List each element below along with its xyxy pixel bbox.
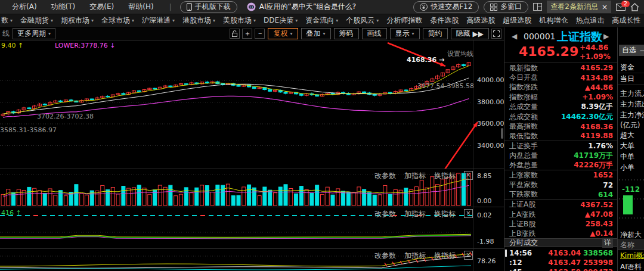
- watchlist-label: 自选: [622, 45, 636, 55]
- home-icon[interactable]: [630, 3, 639, 11]
- quick-trade-button[interactable]: 快速交易F12: [413, 1, 479, 13]
- tick-detail-link[interactable]: 详: [602, 238, 613, 248]
- quote-row-3[interactable]: 指数涨幅+1.09%: [504, 92, 618, 102]
- next-stock-arrow[interactable]: ▶: [603, 32, 609, 41]
- mail-button[interactable]: 2: [616, 4, 626, 11]
- panel-link-换指标[interactable]: 换指标: [434, 171, 456, 181]
- toolbar-button-简约[interactable]: 简约: [423, 28, 448, 39]
- panel-close-icon[interactable]: ×: [464, 251, 473, 260]
- stock-list-item-1[interactable]: AI语料: [618, 261, 644, 271]
- panel-link-改参数[interactable]: 改参数: [374, 209, 396, 219]
- multi-window-button[interactable]: 多窗口: [484, 1, 528, 13]
- toolbar-button-显示[interactable]: 显示▾: [390, 28, 420, 39]
- nav-dropdown-7[interactable]: DDE决策▾: [264, 15, 298, 26]
- nav-item-1[interactable]: 条件选股: [430, 15, 459, 26]
- toolbar-button-叠加[interactable]: 叠加▾: [301, 28, 331, 39]
- nav-dropdown-2[interactable]: 期权市场▾: [61, 15, 94, 26]
- quote-row-value: 4165.29: [580, 64, 613, 72]
- tick-row-2[interactable]: :454163.59999473: [504, 267, 618, 271]
- set-ma-link[interactable]: 设置均线: [447, 49, 473, 58]
- close-icon[interactable]: ×: [602, 3, 608, 11]
- main-kline-panel[interactable]: 9.40 ↑ LOWER:3778.76 ↓ 设置均线 4168.36 → 39…: [0, 41, 504, 169]
- volume-panel[interactable]: 改参数加指标换指标× 8.850.00: [0, 170, 504, 207]
- menu-item-0[interactable]: 分析(A): [5, 2, 44, 11]
- tick-row-1[interactable]: :124163.47253998: [504, 258, 618, 267]
- menu-item-2[interactable]: 交易(E): [82, 2, 121, 11]
- nav-item-5[interactable]: 热点追击: [575, 15, 604, 26]
- quote-row-0[interactable]: 最新指数4165.29: [504, 63, 618, 73]
- lock-button[interactable]: [230, 29, 240, 39]
- quote-row-9[interactable]: 内盘总量41719万手: [504, 151, 618, 161]
- panel-link-改参数[interactable]: 改参数: [374, 251, 396, 261]
- nav-dropdown-5[interactable]: 港股市场▾: [182, 15, 215, 26]
- nav-dropdown-3[interactable]: 全球市场▾: [101, 15, 134, 26]
- nav-dropdown-0[interactable]: 数▾: [1, 15, 13, 26]
- nav-item-6[interactable]: 高成长性: [612, 15, 640, 26]
- quote-row-11[interactable]: 上涨家数1652: [504, 170, 618, 180]
- y-axis-label: 4000.00: [477, 76, 504, 84]
- chart-scrollbar-thumb[interactable]: [501, 128, 503, 139]
- panel-link-加指标[interactable]: 加指标: [404, 171, 426, 181]
- chevron-down-icon: ▾: [290, 31, 292, 36]
- order-size-label-3: 小单: [618, 162, 644, 173]
- panel-link-改参数[interactable]: 改参数: [374, 171, 396, 181]
- nav-dropdown-8[interactable]: 资金流向▾: [305, 15, 338, 26]
- toolbar-button-画线[interactable]: 画线: [362, 28, 387, 39]
- ai-question[interactable]: AI应用的“易中天”组合是什么?: [247, 2, 357, 12]
- nav-dropdown-1[interactable]: 金融期货▾: [20, 15, 53, 26]
- fund-flow-label-0: 主力流入: [618, 88, 644, 99]
- mobile-download-button[interactable]: 手机版下载: [180, 1, 237, 13]
- toolbar-button-复权[interactable]: 复权▾: [268, 28, 298, 39]
- quote-row-7[interactable]: 最低指数4119.88: [504, 132, 618, 141]
- quote-row-13[interactable]: 下跌家数614: [504, 190, 618, 200]
- indicator-panel-2[interactable]: 改参数加指标换指标× 78.26: [0, 250, 504, 271]
- tick-volume: 999473: [581, 268, 613, 271]
- quote-row-4[interactable]: 总成交量8.39亿手: [504, 102, 618, 112]
- more-periods-button[interactable]: 更多周期 ▾: [13, 28, 55, 39]
- new-messages-button[interactable]: 查看2条新消息 ×: [547, 1, 611, 13]
- indicator-panel-1[interactable]: 改参数加指标换指标× 416 ↑ 0.02-1.98: [0, 208, 504, 249]
- panel-link-加指标[interactable]: 加指标: [404, 209, 426, 219]
- quote-row-16[interactable]: 上证B股258.43: [504, 219, 618, 229]
- fund-tab-资金[interactable]: 资金: [618, 62, 644, 73]
- tick-price: 4163.59: [535, 268, 581, 271]
- panel-link-换指标[interactable]: 换指标: [434, 251, 456, 261]
- toolbar-button-筹码[interactable]: 筹码: [334, 28, 359, 39]
- zoom-in-button[interactable]: ＋: [242, 29, 252, 39]
- fund-tab-当日[interactable]: 当日: [618, 73, 644, 85]
- nav-item-4[interactable]: 机构增仓: [539, 15, 568, 26]
- quote-row-10[interactable]: 外盘总量42226万手: [504, 161, 618, 170]
- panels-icon: [533, 3, 542, 11]
- quote-row-2[interactable]: 指数涨跌▲44.86: [504, 83, 618, 92]
- fund-flow-column: 自选 − → 资金当日主力流入主力流出主力净流入(亿元)超大大单中单小单-112…: [617, 27, 644, 271]
- menu-item-3[interactable]: 帮助(H): [121, 2, 160, 11]
- menu-item-1[interactable]: 功能(T): [44, 2, 83, 11]
- prev-stock-arrow[interactable]: ◀: [512, 32, 517, 41]
- zoom-out-button[interactable]: －: [255, 29, 265, 39]
- quote-row-15[interactable]: 上A涨跌▲47.08: [504, 210, 618, 219]
- quote-row-1[interactable]: 今日开盘4134.89: [504, 73, 618, 82]
- quote-row-6[interactable]: 最高指数4168.36: [504, 122, 618, 131]
- nav-dropdown-6[interactable]: 美股市场▾: [223, 15, 256, 26]
- nav-item-0[interactable]: 分析师指数: [386, 15, 422, 26]
- nav-dropdown-9[interactable]: 个股风云▾: [346, 15, 379, 26]
- period-tab-partial[interactable]: 线: [2, 29, 10, 39]
- panel-link-加指标[interactable]: 加指标: [404, 251, 426, 261]
- quote-row-12[interactable]: 平盘家数72: [504, 180, 618, 190]
- nav-item-2[interactable]: 高级选股: [466, 15, 495, 26]
- panel-close-icon[interactable]: ×: [464, 171, 473, 180]
- fullscreen-button[interactable]: [491, 29, 501, 39]
- nav-item-3[interactable]: 超级选股: [503, 15, 531, 26]
- panel-close-icon[interactable]: ×: [464, 209, 473, 218]
- nav-dropdown-4[interactable]: 沪深港通▾: [142, 15, 175, 26]
- quote-row-14[interactable]: 上证A股4367.52: [504, 200, 618, 209]
- quote-rows: 最新指数4165.29今日开盘4134.89指数涨跌▲44.86指数涨幅+1.0…: [504, 63, 618, 239]
- toolbar-button-隐藏[interactable]: 隐藏▶▶: [451, 28, 489, 39]
- quote-row-8[interactable]: 上证换手1.76%: [504, 141, 618, 151]
- quote-row-5[interactable]: 总成交额14462.30亿元: [504, 112, 618, 122]
- tick-row-0[interactable]: 14:564163.04338568: [504, 248, 618, 258]
- quote-row-value: 41719万手: [574, 151, 613, 161]
- watchlist-button[interactable]: 自选 − →: [619, 45, 644, 56]
- panel-link-换指标[interactable]: 换指标: [434, 209, 456, 219]
- stock-list-item-0[interactable]: Kimi概念: [618, 250, 644, 261]
